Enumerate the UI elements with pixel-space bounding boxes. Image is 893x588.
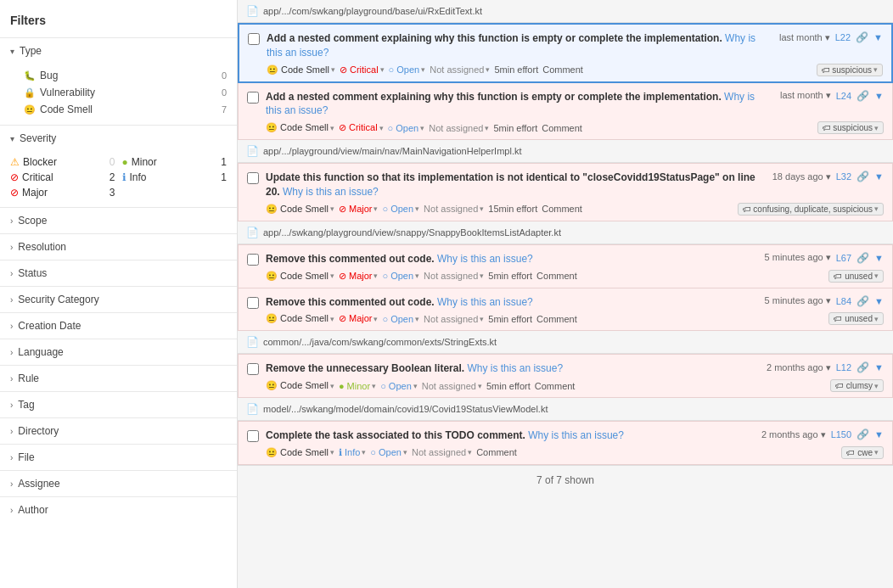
filter-critical[interactable]: ⊘ Critical 2 <box>10 170 115 185</box>
status-tag-6[interactable]: ○ Open ▾ <box>380 381 418 391</box>
status-tag-4[interactable]: ○ Open ▾ <box>382 271 419 281</box>
severity-tag-6[interactable]: ● Minor ▾ <box>339 381 376 391</box>
permalink-icon-1[interactable]: 🔗 <box>856 31 868 43</box>
issue-time-7[interactable]: 2 months ago ▾ <box>761 429 826 440</box>
assignee-tag-2[interactable]: Not assigned ▾ <box>429 123 489 133</box>
type-tag-2[interactable]: 😐 Code Smell ▾ <box>266 122 334 133</box>
filter-icon-7[interactable]: ▼ <box>874 429 884 440</box>
issue-card-3[interactable]: Update this function so that its impleme… <box>238 163 893 221</box>
issue-card-7[interactable]: Complete the task associated to this TOD… <box>238 421 893 465</box>
issue-checkbox-4[interactable] <box>247 254 259 266</box>
comment-tag-5[interactable]: Comment <box>536 314 577 324</box>
severity-tag-2[interactable]: ⊘ Critical ▾ <box>339 122 384 133</box>
issue-checkbox-5[interactable] <box>247 297 259 309</box>
issue-checkbox-2[interactable] <box>247 92 259 104</box>
issue-line-3[interactable]: L32 <box>836 171 851 182</box>
severity-tag-7[interactable]: ℹ Info ▾ <box>339 447 366 458</box>
issue-card-4[interactable]: Remove this commented out code. Why is t… <box>238 244 893 288</box>
assignee-section-header[interactable]: › Assignee <box>0 471 237 496</box>
issue-card-1[interactable]: Add a nested comment explaining why this… <box>238 23 893 83</box>
type-section-header[interactable]: ▾ Type <box>0 38 237 64</box>
issue-card-2[interactable]: Add a nested comment explaining why this… <box>238 83 893 141</box>
issue-line-7[interactable]: L150 <box>831 429 851 440</box>
assignee-tag-6[interactable]: Not assigned ▾ <box>422 381 482 391</box>
comment-tag-2[interactable]: Comment <box>542 123 582 133</box>
security-category-section-header[interactable]: › Security Category <box>0 287 237 312</box>
assignee-tag-4[interactable]: Not assigned ▾ <box>424 271 484 281</box>
comment-tag-4[interactable]: Comment <box>536 271 577 281</box>
permalink-icon-5[interactable]: 🔗 <box>856 295 869 307</box>
filter-info[interactable]: ℹ Info 1 <box>122 170 227 185</box>
issue-card-6[interactable]: Remove the unnecessary Boolean literal. … <box>238 354 893 398</box>
directory-section-header[interactable]: › Directory <box>0 418 237 444</box>
issue-time-6[interactable]: 2 months ago ▾ <box>767 362 831 373</box>
author-section-header[interactable]: › Author <box>0 497 237 523</box>
type-tag-4[interactable]: 😐 Code Smell ▾ <box>266 271 334 282</box>
permalink-icon-4[interactable]: 🔗 <box>856 252 869 264</box>
issue-time-4[interactable]: 5 minutes ago ▾ <box>765 252 831 263</box>
issue-line-2[interactable]: L24 <box>836 91 851 101</box>
filter-icon-3[interactable]: ▼ <box>874 171 884 182</box>
filter-blocker[interactable]: ⚠ Blocker 0 <box>10 154 115 170</box>
issue-checkbox-7[interactable] <box>247 430 259 442</box>
type-tag-5[interactable]: 😐 Code Smell ▾ <box>266 313 334 324</box>
filter-minor[interactable]: ● Minor 1 <box>122 154 227 170</box>
status-tag-1[interactable]: ○ Open ▾ <box>389 64 426 75</box>
file-section-header[interactable]: › File <box>0 445 237 470</box>
filter-icon-1[interactable]: ▼ <box>873 32 883 42</box>
type-tag-3[interactable]: 😐 Code Smell ▾ <box>266 204 334 215</box>
filter-icon-6[interactable]: ▼ <box>874 362 884 372</box>
comment-tag-7[interactable]: Comment <box>476 447 517 457</box>
why-link-3[interactable]: Why is this an issue? <box>283 186 379 198</box>
comment-tag-6[interactable]: Comment <box>535 381 576 391</box>
permalink-icon-3[interactable]: 🔗 <box>856 171 869 182</box>
tag-suspicious-2[interactable]: 🏷 suspicious ▾ <box>817 121 884 134</box>
type-tag-1[interactable]: 😐 Code Smell ▾ <box>267 64 335 76</box>
issue-time-3[interactable]: 18 days ago ▾ <box>772 171 831 182</box>
assignee-tag-7[interactable]: Not assigned ▾ <box>412 447 472 457</box>
issue-time-2[interactable]: last month ▾ <box>780 90 831 101</box>
resolution-section-header[interactable]: › Resolution <box>0 234 237 260</box>
issue-line-4[interactable]: L67 <box>836 253 851 263</box>
permalink-icon-6[interactable]: 🔗 <box>856 361 869 373</box>
tag-suspicious-1[interactable]: 🏷 suspicious ▾ <box>817 64 883 76</box>
comment-tag-3[interactable]: Comment <box>542 204 582 214</box>
language-section-header[interactable]: › Language <box>0 339 237 365</box>
tag-confusing-3[interactable]: 🏷 confusing, duplicate, suspicious ▾ <box>738 203 884 216</box>
comment-tag-1[interactable]: Comment <box>542 64 583 75</box>
filter-vulnerability[interactable]: 🔒 Vulnerability 0 <box>10 84 227 101</box>
issue-card-5[interactable]: Remove this commented out code. Why is t… <box>238 288 893 332</box>
issue-checkbox-3[interactable] <box>247 172 259 184</box>
status-tag-3[interactable]: ○ Open ▾ <box>382 204 419 214</box>
issue-line-6[interactable]: L12 <box>836 362 851 372</box>
issue-checkbox-1[interactable] <box>248 33 260 45</box>
severity-tag-3[interactable]: ⊘ Major ▾ <box>339 204 379 215</box>
assignee-tag-3[interactable]: Not assigned ▾ <box>424 204 484 214</box>
rule-section-header[interactable]: › Rule <box>0 366 237 391</box>
assignee-tag-1[interactable]: Not assigned ▾ <box>430 64 490 75</box>
why-link-4[interactable]: Why is this an issue? <box>437 253 533 265</box>
tag-clumsy-6[interactable]: 🏷 clumsy ▾ <box>830 379 884 392</box>
severity-tag-1[interactable]: ⊘ Critical ▾ <box>340 64 385 76</box>
status-tag-5[interactable]: ○ Open ▾ <box>382 314 419 324</box>
issue-time-5[interactable]: 5 minutes ago ▾ <box>765 295 831 306</box>
why-link-7[interactable]: Why is this an issue? <box>528 429 624 441</box>
type-tag-6[interactable]: 😐 Code Smell ▾ <box>266 380 334 391</box>
scope-section-header[interactable]: › Scope <box>0 208 237 233</box>
issue-line-1[interactable]: L22 <box>835 32 851 42</box>
issue-time-1[interactable]: last month ▾ <box>779 32 830 43</box>
severity-section-header[interactable]: ▾ Severity <box>0 126 237 151</box>
filter-bug[interactable]: 🐛 Bug 0 <box>10 67 227 84</box>
why-link-6[interactable]: Why is this an issue? <box>467 362 563 374</box>
filter-icon-2[interactable]: ▼ <box>874 91 884 101</box>
tag-cwe-7[interactable]: 🏷 cwe ▾ <box>841 446 884 459</box>
tag-unused-4[interactable]: 🏷 unused ▾ <box>828 270 884 283</box>
tag-unused-5[interactable]: 🏷 unused ▾ <box>828 312 884 325</box>
filter-icon-5[interactable]: ▼ <box>874 296 884 306</box>
severity-tag-4[interactable]: ⊘ Major ▾ <box>339 271 379 282</box>
issue-checkbox-6[interactable] <box>247 363 259 375</box>
assignee-tag-5[interactable]: Not assigned ▾ <box>424 314 484 324</box>
status-tag-7[interactable]: ○ Open ▾ <box>370 447 407 457</box>
creation-date-section-header[interactable]: › Creation Date <box>0 313 237 339</box>
tag-section-header[interactable]: › Tag <box>0 392 237 417</box>
